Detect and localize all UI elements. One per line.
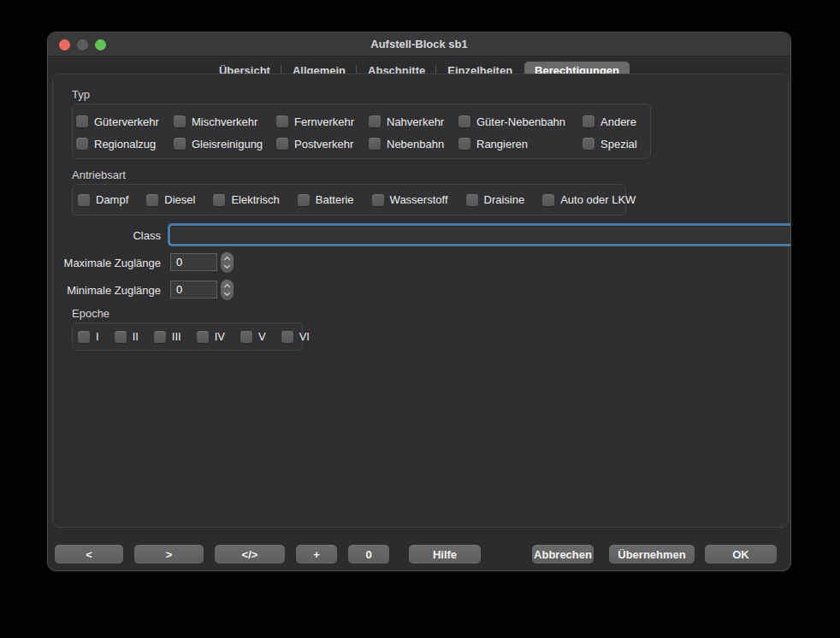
checkbox-item[interactable]: Spezial [583,138,637,151]
minimize-icon[interactable] [77,39,88,50]
checkbox-icon[interactable] [76,138,88,150]
checkbox-item[interactable]: VI [281,330,310,343]
titlebar: Aufstell-Block sb1 [48,32,790,56]
checkbox-item[interactable]: III [154,330,181,343]
footer-button[interactable]: Übernehmen [609,545,695,564]
checkbox-label: Draisine [484,193,525,206]
checkbox-item[interactable]: II [115,330,139,343]
checkbox-icon[interactable] [154,331,166,343]
checkbox-item[interactable]: Draisine [466,193,525,206]
checkbox-item[interactable]: Fernverkehr [276,115,369,128]
typ-row-1: Güterverkehr Mischverkehr Fernverkehr [76,110,650,133]
checkbox-label: V [258,330,266,343]
checkbox-icon[interactable] [281,331,293,343]
checkbox-label: Nebenbahn [387,138,444,151]
min-length-stepper[interactable] [221,280,234,300]
checkbox-label: Auto oder LKW [560,193,636,206]
footer-button[interactable]: Hilfe [409,545,481,564]
checkbox-label: Mischverkehr [192,115,257,128]
desktop-background: Aufstell-Block sb1 Übersicht Allgemein A… [0,0,840,638]
min-length-input[interactable] [170,281,217,298]
checkbox-icon[interactable] [276,138,288,150]
window-title: Aufstell-Block sb1 [48,38,790,50]
stepper-down-icon[interactable] [224,289,230,295]
epoche-groupbox: I II III [72,322,303,351]
checkbox-item[interactable]: Güter-Nebenbahn [458,115,583,128]
antriebsart-groupbox: Dampf Diesel Elektrisch [72,184,626,216]
checkbox-label: Dampf [96,193,128,206]
checkbox-item[interactable]: I [78,330,99,343]
checkbox-item[interactable]: Regionalzug [76,138,174,151]
max-length-stepper[interactable] [221,252,234,273]
checkbox-item[interactable]: Wasserstoff [372,193,448,206]
footer-button[interactable]: Abbrechen [532,545,594,564]
checkbox-icon[interactable] [458,115,470,127]
checkbox-item[interactable]: Rangieren [458,138,583,151]
checkbox-icon[interactable] [369,138,381,150]
antriebsart-row: Dampf Diesel Elektrisch [78,193,636,206]
checkbox-icon[interactable] [372,194,384,206]
checkbox-icon[interactable] [298,194,310,206]
footer-button[interactable]: < [55,545,123,564]
checkbox-icon[interactable] [146,194,158,206]
checkbox-icon[interactable] [466,194,478,206]
checkbox-item[interactable]: Dampf [78,193,128,206]
checkbox-label: I [96,330,99,343]
checkbox-icon[interactable] [369,115,381,127]
checkbox-label: Fernverkehr [294,115,354,128]
class-input[interactable] [170,226,791,244]
checkbox-item[interactable]: Nahverkehr [369,115,458,128]
zoom-icon[interactable] [95,39,106,50]
checkbox-item[interactable]: Postverkehr [276,138,369,151]
checkbox-icon[interactable] [458,138,470,150]
close-icon[interactable] [59,39,70,50]
checkbox-icon[interactable] [78,331,90,343]
checkbox-label: Spezial [600,138,637,151]
stepper-up-icon[interactable] [224,283,230,289]
checkbox-icon[interactable] [276,115,288,127]
checkbox-item[interactable]: Diesel [146,193,195,206]
checkbox-icon[interactable] [174,115,186,127]
checkbox-item[interactable]: Andere [583,115,636,128]
typ-section-label: Typ [72,88,90,101]
checkbox-item[interactable]: V [240,330,266,343]
checkbox-label: Güterverkehr [94,115,159,128]
checkbox-item[interactable]: Auto oder LKW [542,193,636,206]
checkbox-item[interactable]: Gleisreinigung [174,138,276,151]
checkbox-label: Rangieren [476,138,528,151]
checkbox-label: Güter-Nebenbahn [476,115,565,128]
footer-button[interactable]: </> [215,545,285,564]
checkbox-item[interactable]: Elektrisch [213,193,279,206]
class-field-label: Class [53,229,161,242]
checkbox-icon[interactable] [542,194,554,206]
traffic-lights [59,32,106,56]
checkbox-icon[interactable] [213,194,225,206]
checkbox-icon[interactable] [240,331,252,343]
checkbox-item[interactable]: IV [197,330,225,343]
checkbox-item[interactable]: Nebenbahn [369,138,458,151]
checkbox-icon[interactable] [174,138,186,150]
checkbox-label: Wasserstoff [390,193,448,206]
checkbox-icon[interactable] [78,194,90,206]
checkbox-icon[interactable] [583,115,595,127]
checkbox-item[interactable]: Mischverkehr [174,115,276,128]
stepper-up-icon[interactable] [224,256,230,262]
tab-content-pane: Typ Güterverkehr Mischverkehr [52,74,789,528]
footer-button[interactable]: OK [705,545,777,564]
checkbox-item[interactable]: Güterverkehr [76,115,174,128]
stepper-down-icon[interactable] [224,262,230,268]
checkbox-icon[interactable] [115,331,127,343]
typ-row-2: Regionalzug Gleisreinigung Postverkehr [76,133,650,155]
checkbox-icon[interactable] [76,115,88,127]
checkbox-item[interactable]: Batterie [298,193,354,206]
footer-button[interactable]: + [296,545,337,564]
checkbox-label: Diesel [164,193,195,206]
footer-left-buttons: < > </> + 0 Hilfe [55,545,481,564]
footer-button[interactable]: 0 [348,545,389,564]
footer-button-bar: < > </> + 0 Hilfe Abbrechen Übernehmen [48,545,790,564]
checkbox-icon[interactable] [197,331,209,343]
max-length-input[interactable] [170,253,217,271]
checkbox-label: IV [215,330,225,343]
footer-button[interactable]: > [134,545,204,564]
checkbox-icon[interactable] [583,138,595,150]
